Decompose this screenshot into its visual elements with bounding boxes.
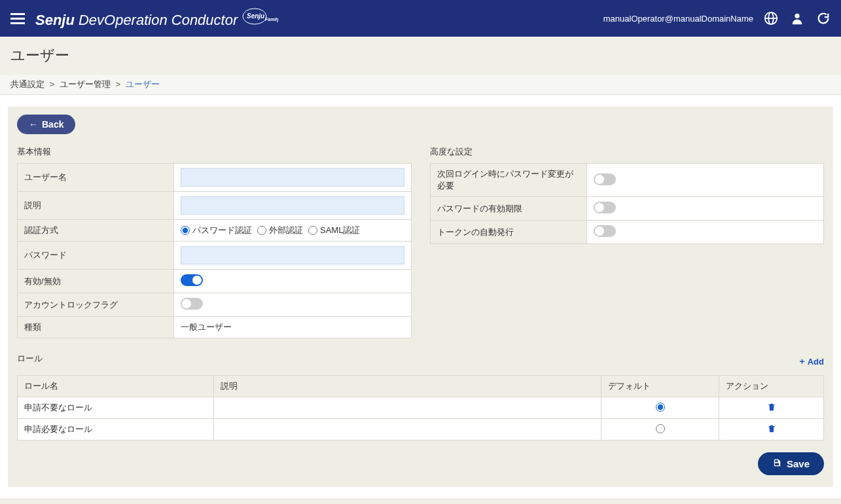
role-default-radio[interactable] <box>656 424 665 433</box>
arrow-left-icon: ← <box>29 119 38 130</box>
description-input[interactable] <box>181 196 404 215</box>
brand-main: Senju <box>35 12 75 29</box>
user-icon[interactable] <box>790 11 804 26</box>
next-login-pw-label: 次回ログイン時にパスワード変更が必要 <box>430 163 587 197</box>
role-desc <box>214 419 601 441</box>
role-default-radio[interactable] <box>656 403 665 412</box>
breadcrumb-item[interactable]: 共通設定 <box>10 79 45 89</box>
main-panel: ← Back 基本情報 ユーザー名 説明 認証方式 <box>8 107 833 487</box>
basic-section-title: 基本情報 <box>17 146 412 158</box>
save-button-label: Save <box>787 458 810 469</box>
plus-icon: ＋ <box>798 355 806 367</box>
pw-expiry-toggle[interactable] <box>594 202 616 213</box>
token-auto-toggle[interactable] <box>594 225 616 237</box>
kind-label: 種類 <box>17 317 174 338</box>
trash-icon[interactable] <box>767 404 776 414</box>
svg-text:Family: Family <box>265 17 278 22</box>
roles-col-action: アクション <box>719 376 824 397</box>
username-label: ユーザー名 <box>17 163 174 192</box>
svg-text:Senju: Senju <box>247 12 264 20</box>
roles-col-desc: 説明 <box>214 376 601 397</box>
auth-radio-external-input[interactable] <box>257 226 266 235</box>
enabled-label: 有効/無効 <box>17 270 174 293</box>
auth-radio-password[interactable]: パスワード認証 <box>181 225 252 236</box>
username-input[interactable] <box>181 168 404 187</box>
auth-radio-saml[interactable]: SAML認証 <box>308 225 360 236</box>
header-icons <box>764 11 831 26</box>
hamburger-icon[interactable] <box>10 10 25 27</box>
app-header: Senju DevOperation Conductor SenjuFamily… <box>0 0 841 37</box>
basic-form-table: ユーザー名 説明 認証方式 パスワード認証 外部認証 SAM <box>17 163 412 338</box>
role-name: 申請必要なロール <box>18 419 214 441</box>
lock-label: アカウントロックフラグ <box>17 293 174 317</box>
table-row: 申請必要なロール <box>18 419 824 441</box>
role-name: 申請不要なロール <box>18 397 214 419</box>
save-icon <box>772 458 781 469</box>
breadcrumb-current: ユーザー <box>126 79 160 89</box>
kind-value: 一般ユーザー <box>174 317 412 338</box>
roles-table: ロール名 説明 デフォルト アクション 申請不要なロール 申請必要なロール <box>17 375 824 441</box>
breadcrumb-sep: > <box>115 79 120 89</box>
footer-copyright: Copyright(c) Nomura Research Institute, … <box>0 499 841 504</box>
brand-tag-logo: SenjuFamily <box>242 8 278 25</box>
brand-sub: DevOperation Conductor <box>79 12 238 29</box>
lock-toggle[interactable] <box>181 298 203 310</box>
token-auto-label: トークンの自動発行 <box>430 221 587 244</box>
svg-point-6 <box>795 14 799 18</box>
advanced-form-table: 次回ログイン時にパスワード変更が必要 パスワードの有効期限 トークンの自動発行 <box>430 163 825 244</box>
add-role-button[interactable]: ＋Add <box>798 355 824 367</box>
pw-expiry-label: パスワードの有効期限 <box>430 197 587 221</box>
password-label: パスワード <box>17 242 174 270</box>
table-row: 申請不要なロール <box>18 397 824 419</box>
current-user: manualOperator@manualDomainName <box>603 14 753 24</box>
next-login-pw-toggle[interactable] <box>594 173 616 185</box>
enabled-toggle[interactable] <box>181 274 203 286</box>
back-button-label: Back <box>42 119 63 130</box>
trash-icon[interactable] <box>767 425 776 435</box>
back-button[interactable]: ← Back <box>17 115 75 134</box>
roles-col-default: デフォルト <box>601 376 719 397</box>
role-desc <box>214 397 601 419</box>
roles-section: ロール ＋Add ロール名 説明 デフォルト アクション 申請不要なロール <box>17 353 824 441</box>
auth-label: 認証方式 <box>17 220 174 242</box>
advanced-section-title: 高度な設定 <box>430 146 825 158</box>
auth-radio-password-input[interactable] <box>181 226 190 235</box>
password-input[interactable] <box>181 246 404 264</box>
save-button[interactable]: Save <box>758 452 824 475</box>
brand-logo: Senju DevOperation Conductor SenjuFamily <box>35 8 278 29</box>
breadcrumb-sep: > <box>50 79 55 89</box>
roles-section-title: ロール <box>17 353 43 365</box>
roles-col-name: ロール名 <box>18 376 214 397</box>
breadcrumb: 共通設定 > ユーザー管理 > ユーザー <box>0 75 841 95</box>
page-title: ユーザー <box>0 37 841 75</box>
auth-radio-external[interactable]: 外部認証 <box>257 225 303 236</box>
auth-radio-saml-input[interactable] <box>308 226 317 235</box>
breadcrumb-item[interactable]: ユーザー管理 <box>60 79 111 89</box>
add-role-label: Add <box>808 357 824 367</box>
refresh-icon[interactable] <box>816 11 831 26</box>
auth-radio-group: パスワード認証 外部認証 SAML認証 <box>181 225 404 236</box>
globe-icon[interactable] <box>764 11 778 26</box>
description-label: 説明 <box>17 192 174 220</box>
